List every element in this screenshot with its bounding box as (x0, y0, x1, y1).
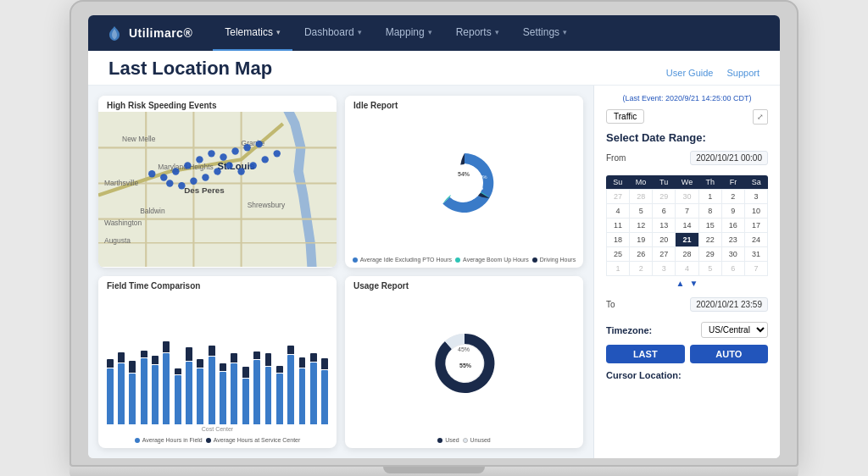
svg-point-28 (214, 168, 220, 174)
calendar-cell[interactable]: 8 (699, 204, 721, 218)
svg-text:36%: 36% (471, 185, 484, 191)
calendar-cell[interactable]: 5 (630, 204, 652, 218)
svg-point-35 (249, 162, 256, 169)
bar-blue (276, 374, 283, 424)
calendar-cell[interactable]: 28 (676, 247, 698, 261)
calendar-cell[interactable]: 20 (653, 233, 675, 246)
to-value[interactable]: 2020/10/21 23:59 (690, 297, 768, 312)
laptop-screen: Utilimarc® Telematics ▾ Dashboard ▾ Mapp… (88, 15, 780, 458)
svg-text:Shrewsbury: Shrewsbury (248, 201, 286, 209)
svg-point-26 (160, 174, 167, 180)
svg-text:Washington: Washington (104, 219, 142, 227)
usage-report-title: Usage Report (345, 276, 583, 292)
calendar-cell[interactable]: 2 (722, 190, 744, 203)
bar-blue (175, 375, 181, 424)
calendar-cell[interactable]: 17 (745, 219, 767, 232)
calendar-cell[interactable]: 10 (745, 204, 767, 218)
calendar-cell[interactable]: 16 (722, 219, 744, 232)
bar-group (173, 368, 182, 424)
support-link[interactable]: Support (726, 68, 760, 78)
from-value[interactable]: 2020/10/21 00:00 (690, 151, 768, 165)
svg-point-22 (243, 144, 250, 151)
legend-item: Average Boom Up Hours (455, 257, 529, 263)
calendar-cell[interactable]: 1 (607, 262, 629, 275)
calendar-cell[interactable]: 11 (607, 219, 629, 232)
to-row: To 2020/10/21 23:59 (606, 297, 768, 312)
user-guide-link[interactable]: User Guide (666, 68, 714, 78)
calendar-cell[interactable]: 3 (653, 262, 675, 275)
page-title: Last Location Map (108, 58, 272, 85)
calendar-cell[interactable]: 26 (630, 247, 652, 261)
calendar-cell[interactable]: 29 (653, 190, 675, 203)
nav-mapping[interactable]: Mapping ▾ (374, 15, 444, 51)
calendar-cell[interactable]: 29 (699, 247, 721, 261)
cal-next[interactable]: ▼ (690, 279, 698, 288)
calendar-cell[interactable]: 9 (722, 204, 744, 218)
cal-prev[interactable]: ▲ (676, 279, 685, 288)
bar-blue (299, 368, 306, 424)
calendar-cell[interactable]: 25 (607, 247, 629, 261)
bar-group (275, 366, 284, 424)
bar-blue (186, 362, 192, 424)
calendar-cell[interactable]: 5 (699, 262, 721, 275)
traffic-button[interactable]: Traffic (606, 109, 644, 124)
calendar-cell[interactable]: 7 (745, 262, 767, 275)
calendar-cell[interactable]: 27 (653, 247, 675, 261)
chart-axis-label: Cost Center (98, 426, 337, 434)
calendar-cell[interactable]: 4 (607, 204, 629, 218)
nav-dashboard[interactable]: Dashboard ▾ (292, 15, 374, 51)
legend-item: Average Hours in Field (135, 437, 203, 443)
timezone-select[interactable]: US/Central (701, 322, 768, 338)
from-row: From 2020/10/21 00:00 (606, 151, 768, 165)
calendar-cell[interactable]: 1 (699, 190, 721, 203)
expand-icon[interactable]: ⤢ (753, 109, 768, 125)
cal-header-sa: Sa (745, 178, 768, 186)
laptop-base (70, 467, 798, 476)
calendar-cell[interactable]: 3 (745, 190, 767, 203)
map-background: New Melle Maryland Heights Marthsville W… (98, 112, 337, 267)
calendar-cell[interactable]: 19 (630, 233, 652, 246)
svg-point-24 (184, 162, 191, 169)
bar-group (230, 353, 239, 424)
calendar-cell[interactable]: 30 (676, 190, 698, 203)
bar-group (218, 363, 227, 424)
calendar-cell[interactable]: 18 (607, 233, 629, 246)
calendar-cell[interactable]: 6 (722, 262, 744, 275)
calendar-cell[interactable]: 14 (676, 219, 698, 232)
bar-group (241, 367, 250, 424)
usage-donut-container: 55% 45% (345, 292, 583, 434)
calendar-cell[interactable]: 12 (630, 219, 652, 232)
calendar-cell[interactable]: 22 (699, 233, 721, 246)
cursor-location-label: Cursor Location: (606, 370, 768, 380)
calendar-cell[interactable]: 6 (653, 204, 675, 218)
nav-settings[interactable]: Settings ▾ (511, 15, 579, 51)
bar-dark (163, 341, 170, 352)
auto-button[interactable]: AUTO (690, 345, 769, 363)
bar-group (116, 352, 125, 424)
calendar-cell[interactable]: 24 (745, 233, 767, 246)
nav-telematics[interactable]: Telematics ▾ (213, 15, 292, 51)
logo: Utilimarc® (105, 24, 192, 42)
calendar-cell[interactable]: 13 (653, 219, 675, 232)
bar-blue (107, 368, 114, 424)
calendar-cell[interactable]: 30 (722, 247, 744, 261)
calendar-cell[interactable]: 28 (630, 190, 652, 203)
calendar-cell[interactable]: 23 (722, 233, 744, 246)
calendar-cell[interactable]: 7 (676, 204, 698, 218)
bar-group (309, 353, 318, 424)
calendar-cell[interactable]: 4 (676, 262, 698, 275)
calendar-cell[interactable]: 27 (607, 190, 629, 203)
calendar-cell[interactable]: 15 (699, 219, 721, 232)
to-label: To (606, 300, 615, 309)
cal-header-su: Su (606, 178, 629, 186)
bar-blue (220, 372, 226, 424)
calendar-cell[interactable]: 31 (745, 247, 767, 261)
calendar-cell[interactable]: 21 (676, 233, 698, 246)
bar-dark (152, 356, 159, 365)
legend-item: Average Hours at Service Center (206, 437, 301, 443)
chevron-icon: ▾ (358, 28, 362, 36)
last-button[interactable]: LAST (606, 345, 685, 363)
nav-reports[interactable]: Reports ▾ (444, 15, 511, 51)
calendar-cell[interactable]: 2 (630, 262, 652, 275)
bar-chart (98, 292, 337, 426)
